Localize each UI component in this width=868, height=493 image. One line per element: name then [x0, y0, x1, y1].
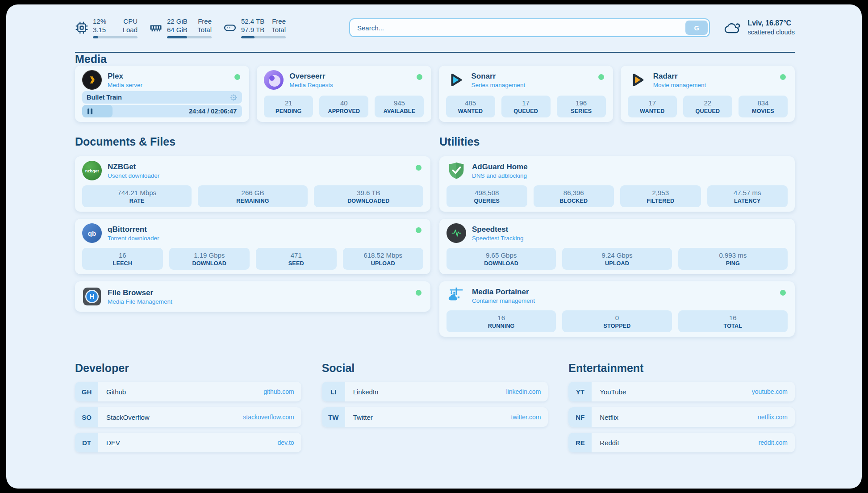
stat-value: 744.21 Mbps — [86, 188, 188, 197]
app-title: Plex — [108, 72, 142, 81]
stat-value: 39.6 TB — [317, 188, 420, 197]
link-url[interactable]: github.com — [263, 388, 294, 395]
stat-value: 47.57 ms — [711, 188, 785, 197]
link-name: Twitter — [353, 414, 373, 421]
link-reddit[interactable]: RE Reddit reddit.com — [568, 433, 795, 452]
stat-value: 16 — [450, 313, 552, 322]
stat-value: 17 — [631, 99, 673, 107]
now-playing-title: Bullet Train — [87, 94, 122, 101]
portainer-icon — [447, 286, 466, 305]
plex-icon — [82, 70, 102, 90]
link-abbr-badge: TW — [322, 407, 345, 427]
stat-value: 2,953 — [624, 188, 697, 197]
top-bar: 12% 3.15 CPU Load — [75, 13, 795, 42]
section-title-developer: Developer — [75, 362, 301, 375]
qbittorrent-icon: qb — [82, 223, 102, 243]
card-qbittorrent[interactable]: qb qBittorrent Torrent downloader 16 LEE… — [75, 219, 430, 274]
link-url[interactable]: twitter.com — [511, 414, 541, 421]
disk-progress-track — [241, 36, 286, 38]
stat-box: 47.57 ms LATENCY — [707, 185, 788, 207]
card-filebrowser[interactable]: File Browser Media File Management — [75, 281, 430, 312]
card-portainer[interactable]: Media Portainer Container management 16 … — [439, 281, 795, 337]
pause-icon[interactable] — [88, 109, 92, 114]
card-sonarr[interactable]: Sonarr Series management 485 WANTED 17 Q… — [439, 66, 613, 122]
stat-label: STOPPED — [566, 323, 668, 329]
link-url[interactable]: linkedin.com — [506, 388, 541, 395]
link-abbr-badge: NF — [568, 407, 592, 427]
status-dot — [416, 165, 421, 171]
stat-box: 945 AVAILABLE — [375, 96, 424, 117]
ram-total-value: 64 GiB — [167, 25, 188, 34]
stat-value: 40 — [323, 99, 365, 107]
section-title-media: Media — [75, 53, 795, 66]
link-netflix[interactable]: NF Netflix netflix.com — [568, 407, 795, 427]
stat-value: 16 — [86, 251, 159, 259]
stat-label: DOWNLOAD — [450, 260, 552, 267]
link-github[interactable]: GH Github github.com — [75, 382, 301, 401]
app-subtitle: Container management — [472, 297, 535, 304]
search-input[interactable] — [349, 18, 710, 37]
stat-value: 9.24 Gbps — [566, 251, 668, 259]
link-url[interactable]: dev.to — [278, 439, 294, 446]
cpu-value-percent: 12% — [93, 17, 106, 25]
card-plex[interactable]: Plex Media server Bullet Train — [75, 66, 249, 122]
stat-label: DOWNLOADED — [317, 198, 420, 204]
card-radarr[interactable]: Radarr Movie management 17 WANTED 22 QUE… — [621, 66, 795, 122]
stat-label: LEECH — [86, 260, 159, 267]
radarr-icon — [628, 70, 647, 90]
card-speedtest[interactable]: Speedtest Speedtest Tracking 9.65 Gbps D… — [439, 219, 795, 274]
utilities-column: Utilities — [439, 135, 795, 337]
link-linkedin[interactable]: LI LinkedIn linkedin.com — [322, 382, 548, 401]
card-overseerr[interactable]: Overseerr Media Requests 21 PENDING 40 A… — [257, 66, 431, 122]
stat-value: 266 GB — [201, 188, 304, 197]
status-dot — [780, 290, 786, 296]
card-nzbget[interactable]: nzbget NZBGet Usenet downloader 744.21 M… — [75, 156, 430, 212]
cpu-progress-track — [93, 36, 138, 38]
link-url[interactable]: reddit.com — [759, 439, 788, 446]
google-search-button[interactable]: G — [685, 21, 708, 35]
link-url[interactable]: netflix.com — [758, 414, 788, 421]
stat-box: 16 TOTAL — [678, 310, 788, 332]
nzbget-icon: nzbget — [82, 161, 102, 180]
link-youtube[interactable]: YT YouTube youtube.com — [568, 382, 795, 401]
playback-progress-bar[interactable]: 24:44 / 02:06:47 — [82, 105, 242, 117]
status-dot — [417, 74, 422, 80]
stat-box: 471 SEED — [256, 248, 337, 270]
adguard-icon — [447, 161, 466, 180]
session-settings-icon[interactable] — [230, 94, 238, 101]
stat-box: 9.65 Gbps DOWNLOAD — [447, 248, 556, 270]
weather-condition: scattered clouds — [747, 28, 795, 37]
filebrowser-icon — [82, 287, 102, 306]
ram-progress-track — [167, 36, 212, 38]
link-url[interactable]: stackoverflow.com — [243, 414, 294, 421]
search-bar: G — [349, 18, 710, 37]
section-title-entertainment: Entertainment — [568, 362, 795, 375]
link-abbr-badge: GH — [75, 382, 98, 401]
link-abbr-badge: LI — [322, 382, 345, 401]
sonarr-icon — [446, 70, 466, 90]
stat-value: 86,396 — [537, 188, 611, 197]
documents-column: Documents & Files nzbget NZBGet Usenet d… — [75, 135, 430, 337]
app-subtitle: Media Requests — [289, 82, 333, 88]
stat-box: 2,953 FILTERED — [620, 185, 701, 207]
stat-box: 618.52 Mbps UPLOAD — [343, 248, 424, 270]
stat-box: 40 APPROVED — [319, 96, 368, 117]
link-name: StackOverflow — [106, 414, 150, 421]
stat-box: 86,396 BLOCKED — [534, 185, 614, 207]
stat-box: 22 QUEUED — [683, 96, 732, 117]
link-dev[interactable]: DT DEV dev.to — [75, 433, 301, 452]
stat-label: UPLOAD — [566, 260, 668, 267]
stat-value: 9.65 Gbps — [450, 251, 552, 259]
ram-icon — [149, 21, 163, 34]
stat-label: QUERIES — [450, 198, 524, 204]
link-stackoverflow[interactable]: SO StackOverflow stackoverflow.com — [75, 407, 301, 427]
link-twitter[interactable]: TW Twitter twitter.com — [322, 407, 548, 427]
link-url[interactable]: youtube.com — [752, 388, 788, 395]
app-title: AdGuard Home — [472, 163, 528, 171]
stat-value: 0 — [566, 313, 668, 322]
stat-box: 0 STOPPED — [562, 310, 672, 332]
stat-box: 17 WANTED — [628, 96, 677, 117]
card-adguard[interactable]: AdGuard Home DNS and adblocking 498,508 … — [439, 156, 795, 212]
app-title: Speedtest — [472, 225, 524, 234]
cloud-icon — [723, 20, 742, 35]
